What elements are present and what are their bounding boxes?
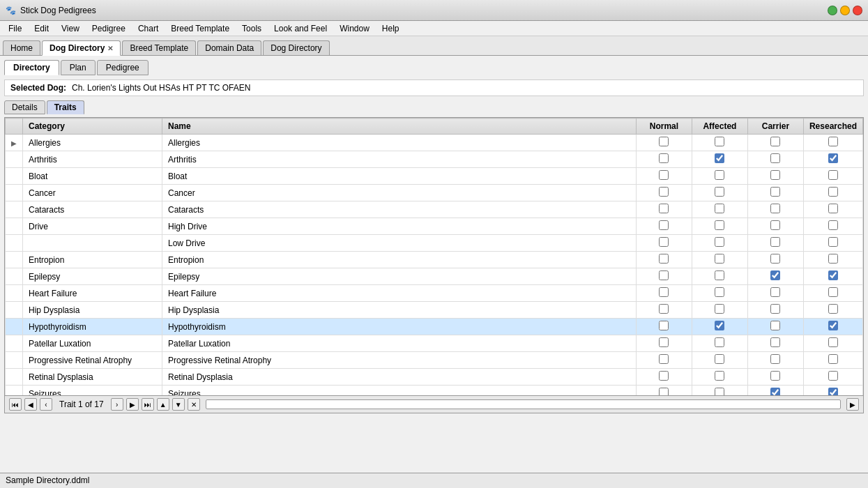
menu-file[interactable]: File <box>3 22 27 35</box>
table-row[interactable]: HypothyroidismHypothyroidism <box>6 319 863 335</box>
normal-cell[interactable] <box>636 218 692 235</box>
affected-cell[interactable] <box>692 135 747 151</box>
researched-checkbox[interactable] <box>828 321 838 330</box>
normal-checkbox[interactable] <box>659 321 669 330</box>
carrier-checkbox[interactable] <box>770 170 780 180</box>
tab-domain-data[interactable]: Domain Data <box>197 40 261 55</box>
tab-home[interactable]: Home <box>3 40 40 55</box>
table-row[interactable]: BloatBloat <box>6 168 863 185</box>
researched-checkbox[interactable] <box>828 137 838 146</box>
carrier-cell[interactable] <box>747 185 803 201</box>
normal-checkbox[interactable] <box>659 237 669 247</box>
carrier-checkbox[interactable] <box>770 354 780 364</box>
carrier-checkbox[interactable] <box>770 254 780 264</box>
table-row[interactable]: EntropionEntropion <box>6 252 863 268</box>
next-item-button[interactable]: › <box>111 398 123 411</box>
researched-cell[interactable] <box>803 386 862 397</box>
sort-asc-button[interactable]: ▲ <box>157 398 169 411</box>
researched-cell[interactable] <box>803 268 862 285</box>
carrier-checkbox[interactable] <box>770 371 780 381</box>
table-row[interactable]: DriveHigh Drive <box>6 218 863 235</box>
expand-arrow[interactable]: ▶ <box>11 139 17 147</box>
affected-cell[interactable] <box>692 352 747 369</box>
carrier-cell[interactable] <box>747 252 803 268</box>
researched-cell[interactable] <box>803 185 862 201</box>
normal-cell[interactable] <box>636 135 692 151</box>
researched-cell[interactable] <box>803 352 862 369</box>
normal-cell[interactable] <box>636 302 692 319</box>
affected-checkbox[interactable] <box>715 304 724 314</box>
researched-cell[interactable] <box>803 201 862 218</box>
carrier-cell[interactable] <box>747 235 803 252</box>
table-row[interactable]: Hip DysplasiaHip Dysplasia <box>6 302 863 319</box>
normal-checkbox[interactable] <box>659 337 669 347</box>
carrier-cell[interactable] <box>747 285 803 302</box>
carrier-cell[interactable] <box>747 319 803 335</box>
researched-checkbox[interactable] <box>828 170 838 180</box>
table-row[interactable]: SeizuresSeizures <box>6 386 863 397</box>
researched-checkbox[interactable] <box>828 153 838 163</box>
sub-tab-plan[interactable]: Plan <box>61 60 96 75</box>
pagination-scrollbar[interactable] <box>206 399 841 409</box>
menu-help[interactable]: Help <box>376 22 405 35</box>
affected-checkbox[interactable] <box>715 287 724 297</box>
researched-checkbox[interactable] <box>828 254 838 264</box>
normal-cell[interactable] <box>636 335 692 352</box>
researched-checkbox[interactable] <box>828 270 838 280</box>
affected-cell[interactable] <box>692 369 747 386</box>
normal-cell[interactable] <box>636 252 692 268</box>
carrier-checkbox[interactable] <box>770 287 780 297</box>
prev-item-button[interactable]: ‹ <box>40 398 52 411</box>
researched-cell[interactable] <box>803 369 862 386</box>
normal-cell[interactable] <box>636 201 692 218</box>
carrier-cell[interactable] <box>747 302 803 319</box>
menu-window[interactable]: Window <box>334 22 375 35</box>
normal-cell[interactable] <box>636 386 692 397</box>
affected-checkbox[interactable] <box>715 237 724 247</box>
researched-cell[interactable] <box>803 252 862 268</box>
normal-checkbox[interactable] <box>659 220 669 230</box>
normal-cell[interactable] <box>636 285 692 302</box>
sub-tab-directory[interactable]: Directory <box>4 60 59 75</box>
carrier-cell[interactable] <box>747 335 803 352</box>
clear-button[interactable]: ✕ <box>188 398 200 411</box>
minimize-button[interactable] <box>840 6 850 15</box>
normal-checkbox[interactable] <box>659 304 669 314</box>
affected-checkbox[interactable] <box>715 220 724 230</box>
researched-cell[interactable] <box>803 168 862 185</box>
maximize-button[interactable] <box>828 6 837 15</box>
normal-checkbox[interactable] <box>659 170 669 180</box>
researched-checkbox[interactable] <box>828 187 838 197</box>
carrier-cell[interactable] <box>747 268 803 285</box>
normal-checkbox[interactable] <box>659 354 669 364</box>
menu-edit[interactable]: Edit <box>29 22 54 35</box>
normal-checkbox[interactable] <box>659 388 669 396</box>
table-row[interactable]: Patellar LuxationPatellar Luxation <box>6 335 863 352</box>
affected-cell[interactable] <box>692 201 747 218</box>
researched-cell[interactable] <box>803 218 862 235</box>
affected-checkbox[interactable] <box>715 204 724 213</box>
affected-checkbox[interactable] <box>715 388 724 396</box>
normal-cell[interactable] <box>636 185 692 201</box>
normal-checkbox[interactable] <box>659 270 669 280</box>
menu-chart[interactable]: Chart <box>132 22 164 35</box>
affected-checkbox[interactable] <box>715 170 724 180</box>
affected-cell[interactable] <box>692 319 747 335</box>
sort-desc-button[interactable]: ▼ <box>172 398 185 411</box>
normal-cell[interactable] <box>636 319 692 335</box>
carrier-checkbox[interactable] <box>770 337 780 347</box>
affected-cell[interactable] <box>692 168 747 185</box>
affected-cell[interactable] <box>692 252 747 268</box>
table-row[interactable]: EpilepsyEpilepsy <box>6 268 863 285</box>
menu-breed-template[interactable]: Breed Template <box>165 22 235 35</box>
carrier-checkbox[interactable] <box>770 137 780 146</box>
researched-cell[interactable] <box>803 135 862 151</box>
normal-checkbox[interactable] <box>659 137 669 146</box>
scroll-right-button[interactable]: ▶ <box>846 398 859 411</box>
carrier-cell[interactable] <box>747 135 803 151</box>
carrier-checkbox[interactable] <box>770 270 780 280</box>
researched-checkbox[interactable] <box>828 204 838 213</box>
carrier-cell[interactable] <box>747 386 803 397</box>
table-row[interactable]: Low Drive <box>6 235 863 252</box>
tab-dog-directory-2[interactable]: Dog Directory <box>263 40 329 55</box>
